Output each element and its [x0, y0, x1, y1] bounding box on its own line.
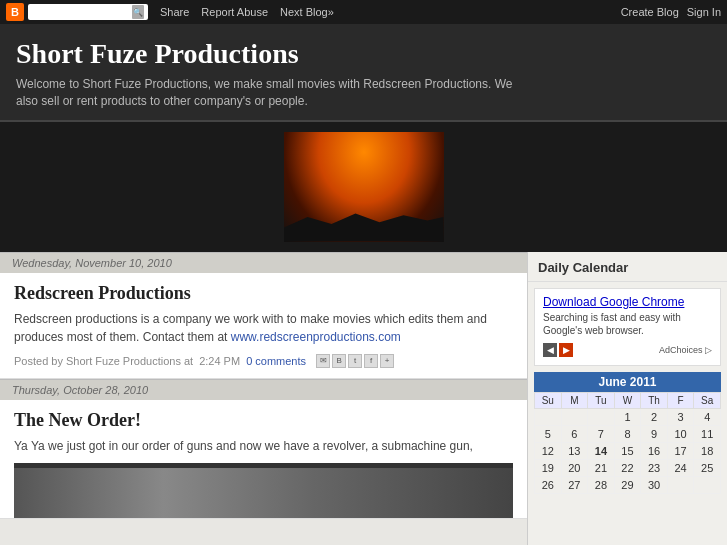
- cal-day-header: Sa: [694, 392, 721, 408]
- cal-day-cell[interactable]: 24: [667, 459, 694, 476]
- post-1-date-bar: Wednesday, November 10, 2010: [0, 252, 527, 273]
- ad-choices-label[interactable]: AdChoices ▷: [659, 345, 712, 355]
- cal-day-header: W: [614, 392, 641, 408]
- site-header: Short Fuze Productions Welcome to Short …: [0, 24, 727, 122]
- post-1-byline: Posted by Short Fuze Productions at: [14, 355, 193, 367]
- cal-day-cell[interactable]: 30: [641, 476, 668, 493]
- cal-day-cell[interactable]: 9: [641, 425, 668, 442]
- cal-day-cell[interactable]: 16: [641, 442, 668, 459]
- cal-day-cell[interactable]: 10: [667, 425, 694, 442]
- cal-day-cell[interactable]: 8: [614, 425, 641, 442]
- top-bar-right: Create Blog Sign In: [621, 6, 721, 18]
- cal-day-cell[interactable]: 17: [667, 442, 694, 459]
- facebook-share-icon[interactable]: f: [364, 354, 378, 368]
- post-1-body: Redscreen productions is a company we wo…: [14, 310, 513, 346]
- sidebar: Daily Calendar Download Google Chrome Se…: [527, 252, 727, 545]
- cal-day-cell: [667, 476, 694, 493]
- redscreen-link[interactable]: www.redscreenproductions.com: [231, 330, 401, 344]
- cal-day-cell[interactable]: 15: [614, 442, 641, 459]
- ad-next-arrow[interactable]: ▶: [559, 343, 573, 357]
- gun-image: [14, 468, 513, 518]
- top-nav-bar: B 🔍 Share Report Abuse Next Blog» Create…: [0, 0, 727, 24]
- post-2-date-bar: Thursday, October 28, 2010: [0, 379, 527, 400]
- ad-bar: ◀ ▶ AdChoices ▷: [543, 341, 712, 359]
- cal-day-cell[interactable]: 18: [694, 442, 721, 459]
- post-2-body: Ya Ya we just got in our order of guns a…: [14, 437, 513, 455]
- post-1-comments-link[interactable]: 0 comments: [246, 355, 306, 367]
- cal-month-header: June 2011: [534, 372, 721, 392]
- search-button[interactable]: 🔍: [132, 5, 144, 19]
- cal-day-cell[interactable]: 22: [614, 459, 641, 476]
- cal-day-cell[interactable]: 27: [561, 476, 588, 493]
- ad-title[interactable]: Download Google Chrome: [543, 295, 712, 309]
- ad-prev-arrow[interactable]: ◀: [543, 343, 557, 357]
- site-description: Welcome to Short Fuze Productions, we ma…: [16, 76, 516, 110]
- cal-day-cell[interactable]: 11: [694, 425, 721, 442]
- post-1-share-icons: ✉ B t f +: [316, 354, 394, 368]
- cal-day-cell[interactable]: 20: [561, 459, 588, 476]
- cal-day-cell[interactable]: 28: [588, 476, 615, 493]
- cal-day-cell[interactable]: 13: [561, 442, 588, 459]
- ad-arrows: ◀ ▶: [543, 343, 573, 357]
- cal-day-cell[interactable]: 23: [641, 459, 668, 476]
- cal-body: 1234567891011121314151617181920212223242…: [535, 408, 721, 493]
- twitter-share-icon[interactable]: t: [348, 354, 362, 368]
- cal-day-cell[interactable]: 25: [694, 459, 721, 476]
- report-abuse-link[interactable]: Report Abuse: [201, 6, 268, 18]
- cal-week-row: 2627282930: [535, 476, 721, 493]
- cal-day-cell[interactable]: 1: [614, 408, 641, 425]
- cal-day-header: M: [561, 392, 588, 408]
- ad-box: Download Google Chrome Searching is fast…: [534, 288, 721, 366]
- top-bar-left: B 🔍 Share Report Abuse Next Blog»: [6, 3, 621, 21]
- next-blog-link[interactable]: Next Blog»: [280, 6, 334, 18]
- cal-day-cell[interactable]: 2: [641, 408, 668, 425]
- cal-day-cell[interactable]: 3: [667, 408, 694, 425]
- sign-in-link[interactable]: Sign In: [687, 6, 721, 18]
- calendar-widget-title: Daily Calendar: [528, 252, 727, 282]
- cal-day-cell[interactable]: 19: [535, 459, 562, 476]
- cal-week-row: 19202122232425: [535, 459, 721, 476]
- post-1-block: Redscreen Productions Redscreen producti…: [0, 273, 527, 379]
- hero-image: [284, 132, 444, 242]
- cal-day-cell: [694, 476, 721, 493]
- calendar-grid: SuMTuWThFSa 1234567891011121314151617181…: [534, 392, 721, 494]
- main-area: Wednesday, November 10, 2010 Redscreen P…: [0, 252, 727, 545]
- post-1-footer: Posted by Short Fuze Productions at 2:24…: [14, 354, 513, 368]
- cal-week-row: 12131415161718: [535, 442, 721, 459]
- cal-day-cell[interactable]: 5: [535, 425, 562, 442]
- post-1-time: 2:24 PM: [199, 355, 240, 367]
- cal-day-cell: [535, 408, 562, 425]
- cal-day-header: Tu: [588, 392, 615, 408]
- share-link[interactable]: Share: [160, 6, 189, 18]
- post-2-image: [14, 463, 513, 518]
- post-1-title: Redscreen Productions: [14, 283, 513, 304]
- create-blog-link[interactable]: Create Blog: [621, 6, 679, 18]
- cal-day-header: Su: [535, 392, 562, 408]
- cal-day-cell: [588, 408, 615, 425]
- search-box: 🔍: [28, 4, 148, 20]
- cal-day-cell[interactable]: 26: [535, 476, 562, 493]
- cal-day-header: Th: [641, 392, 668, 408]
- email-share-icon[interactable]: ✉: [316, 354, 330, 368]
- ad-text: Searching is fast and easy with Google's…: [543, 311, 712, 337]
- post-2-block: The New Order! Ya Ya we just got in our …: [0, 400, 527, 519]
- blog-share-icon[interactable]: B: [332, 354, 346, 368]
- calendar-widget: Download Google Chrome Searching is fast…: [528, 288, 727, 494]
- cal-day-cell[interactable]: 29: [614, 476, 641, 493]
- cal-day-cell[interactable]: 14: [588, 442, 615, 459]
- buzz-share-icon[interactable]: +: [380, 354, 394, 368]
- cal-day-cell[interactable]: 6: [561, 425, 588, 442]
- cal-day-cell: [561, 408, 588, 425]
- cal-day-header: F: [667, 392, 694, 408]
- hero-section: [0, 122, 727, 252]
- cal-header-row: SuMTuWThFSa: [535, 392, 721, 408]
- search-input[interactable]: [32, 7, 132, 18]
- cal-day-cell[interactable]: 7: [588, 425, 615, 442]
- blogger-logo[interactable]: B: [6, 3, 24, 21]
- post-2-title: The New Order!: [14, 410, 513, 431]
- cal-day-cell[interactable]: 4: [694, 408, 721, 425]
- cal-day-cell[interactable]: 21: [588, 459, 615, 476]
- posts-area: Wednesday, November 10, 2010 Redscreen P…: [0, 252, 527, 545]
- site-title: Short Fuze Productions: [16, 38, 711, 70]
- cal-day-cell[interactable]: 12: [535, 442, 562, 459]
